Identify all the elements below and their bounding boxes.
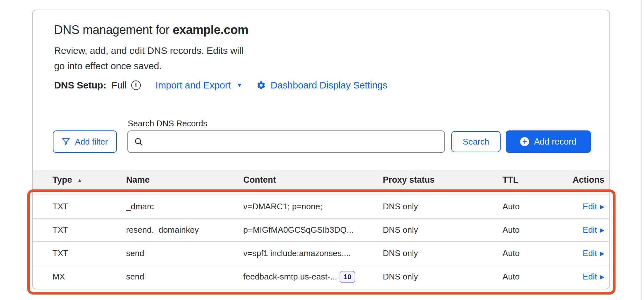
info-icon[interactable]: i [131,80,141,90]
cell-name: send [126,272,243,282]
column-header-name: Name [126,175,243,185]
cell-name: _dmarc [126,202,243,212]
cell-proxy-status: DNS only [383,202,503,212]
edit-record-button[interactable]: Edit▶ [583,248,604,258]
add-record-button[interactable]: + Add record [506,130,591,153]
search-input[interactable] [147,132,439,152]
edit-record-button[interactable]: Edit▶ [583,272,604,282]
cell-type: TXT [52,248,126,258]
column-header-ttl: TTL [503,175,567,185]
cell-content: p=MIGfMA0GCSqGSIb3DQ... [243,225,383,235]
column-header-proxy-status: Proxy status [383,175,503,185]
import-export-label: Import and Export [156,80,231,91]
search-icon [134,137,143,146]
edit-caret-icon: ▶ [600,203,604,210]
cell-content: v=DMARC1; p=none; [243,202,383,212]
edit-caret-icon: ▶ [600,250,604,257]
cell-proxy-status: DNS only [383,248,503,258]
cell-type: TXT [52,202,126,212]
edit-record-button[interactable]: Edit▶ [583,225,604,235]
cell-content: feedback-smtp.us-east-...10 [243,271,383,283]
page-title-prefix: DNS management for [54,23,173,37]
cell-content: v=spf1 include:amazonses.... [243,248,383,258]
page-description-line2: go into effect once saved. [54,58,243,74]
chevron-down-icon: ▼ [237,82,243,89]
cell-ttl: Auto [503,225,567,235]
column-header-type[interactable]: Type▲ [52,175,126,185]
page-title-domain: example.com [173,23,248,37]
plus-icon: + [520,137,529,146]
dashboard-display-settings-label: Dashboard Display Settings [270,80,387,91]
cell-proxy-status: DNS only [383,272,503,282]
column-header-actions: Actions [567,175,604,185]
cell-ttl: Auto [503,272,567,282]
search-button[interactable]: Search [451,131,501,152]
edit-record-button[interactable]: Edit▶ [583,202,604,212]
sort-ascending-icon: ▲ [77,178,82,183]
table-header-row: Type▲ Name Content Proxy status TTL Acti… [33,170,609,190]
dashboard-display-settings-button[interactable]: Dashboard Display Settings [256,80,387,91]
gear-icon [256,80,266,90]
cell-actions: Edit▶ [567,272,604,282]
add-record-label: Add record [534,137,576,147]
filter-funnel-icon [62,138,70,146]
import-export-button[interactable]: Import and Export ▼ [156,80,243,91]
add-filter-label: Add filter [75,137,108,147]
table-row: TXT send v=spf1 include:amazonses.... DN… [33,242,609,265]
table-row: TXT resend._domainkey p=MIGfMA0GCSqGSIb3… [33,219,609,242]
cell-proxy-status: DNS only [383,225,503,235]
table-row: TXT _dmarc v=DMARC1; p=none; DNS only Au… [33,195,609,219]
cell-name: send [126,248,243,258]
dns-setup-label: DNS Setup: [54,80,106,91]
page-description-line1: Review, add, and edit DNS records. Edits… [54,43,243,58]
search-box[interactable] [127,130,445,153]
dns-management-card: DNS management for example.com Review, a… [32,10,610,289]
cell-actions: Edit▶ [567,248,604,258]
page-description: Review, add, and edit DNS records. Edits… [54,43,243,74]
cell-name: resend._domainkey [126,225,243,235]
dns-setup-row: DNS Setup: Full i Import and Export ▼ Da… [54,78,387,92]
table-body: TXT _dmarc v=DMARC1; p=none; DNS only Au… [33,195,609,288]
edit-caret-icon: ▶ [600,273,604,280]
priority-badge: 10 [340,271,355,283]
cell-actions: Edit▶ [567,202,604,212]
search-records-label: Search DNS Records [128,119,207,129]
cell-ttl: Auto [503,202,567,212]
cell-type: MX [52,272,126,282]
column-header-content: Content [243,175,383,185]
viewport-edge-line [641,0,642,300]
cell-actions: Edit▶ [567,225,604,235]
dns-setup-value: Full [111,80,127,91]
edit-caret-icon: ▶ [600,227,604,234]
add-filter-button[interactable]: Add filter [53,130,117,153]
page-title: DNS management for example.com [54,22,248,37]
table-row: MX send feedback-smtp.us-east-...10 DNS … [33,265,609,288]
cell-ttl: Auto [503,248,567,258]
cell-type: TXT [52,225,126,235]
